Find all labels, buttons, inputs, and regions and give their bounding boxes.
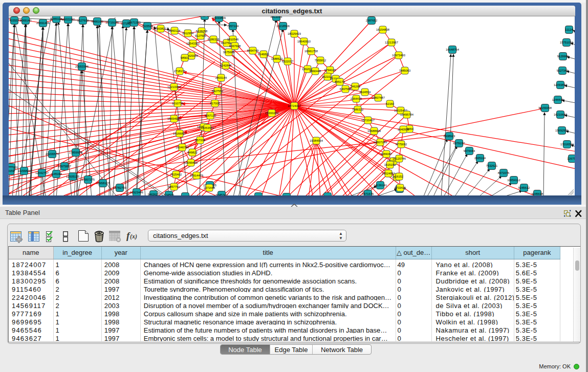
svg-text:16120746: 16120746 (393, 157, 406, 160)
svg-text:13495784: 13495784 (400, 113, 414, 116)
svg-text:1571644: 1571644 (204, 186, 215, 189)
svg-text:9245612: 9245612 (518, 186, 530, 189)
svg-text:16524851: 16524851 (382, 172, 395, 175)
svg-text:16152: 16152 (395, 175, 403, 178)
svg-text:8427552: 8427552 (212, 90, 224, 93)
svg-text:10807487: 10807487 (372, 96, 385, 99)
svg-text:2803144: 2803144 (215, 76, 227, 79)
svg-text:8471676: 8471676 (498, 171, 510, 174)
svg-text:12505135: 12505135 (66, 175, 79, 178)
svg-text:3912954: 3912954 (182, 32, 194, 35)
svg-text:9242848: 9242848 (220, 64, 232, 67)
svg-text:62160: 62160 (386, 102, 394, 105)
svg-text:7625402: 7625402 (170, 173, 182, 176)
svg-text:746266: 746266 (350, 85, 360, 88)
svg-text:17957275: 17957275 (81, 178, 95, 181)
svg-text:6497568: 6497568 (340, 87, 352, 91)
svg-text:18325419: 18325419 (288, 32, 301, 35)
svg-text:2367608: 2367608 (229, 45, 241, 48)
svg-text:1640956: 1640956 (398, 128, 409, 131)
svg-text:16210643: 16210643 (554, 113, 567, 116)
svg-text:16671385: 16671385 (127, 21, 141, 24)
svg-text:19166827: 19166827 (173, 132, 186, 135)
svg-text:1615152: 1615152 (384, 163, 396, 166)
svg-text:16154838: 16154838 (376, 28, 389, 31)
svg-text:16353594: 16353594 (201, 126, 214, 129)
svg-text:849822: 849822 (187, 151, 197, 154)
svg-text:9857791: 9857791 (168, 185, 180, 188)
svg-text:32159358: 32159358 (538, 106, 552, 110)
svg-text:8813054: 8813054 (271, 16, 282, 18)
svg-text:18640910: 18640910 (297, 40, 311, 43)
svg-text:1244415: 1244415 (552, 98, 564, 101)
svg-text:6990448: 6990448 (310, 70, 321, 73)
svg-text:11156829: 11156829 (18, 169, 31, 172)
svg-text:18724007: 18724007 (288, 104, 301, 107)
svg-text:16046766: 16046766 (176, 146, 189, 149)
svg-text:3675685: 3675685 (223, 51, 235, 54)
svg-text:6466160: 6466160 (92, 20, 103, 23)
svg-text:3069140: 3069140 (20, 19, 32, 22)
svg-text:9084067: 9084067 (381, 152, 393, 156)
svg-text:8960124: 8960124 (169, 29, 181, 32)
svg-text:1810546: 1810546 (227, 38, 239, 41)
svg-text:9129966: 9129966 (557, 55, 569, 58)
svg-text:19384554: 19384554 (310, 139, 323, 142)
svg-text:20053346: 20053346 (75, 65, 89, 68)
svg-text:2935114: 2935114 (474, 157, 486, 160)
svg-text:16648764: 16648764 (446, 48, 460, 51)
svg-text:14035572: 14035572 (9, 19, 21, 22)
svg-text:7485063: 7485063 (399, 69, 411, 72)
svg-text:1145194: 1145194 (51, 172, 62, 176)
svg-text:1588520: 1588520 (271, 57, 283, 60)
svg-text:9775692: 9775692 (396, 143, 407, 146)
svg-text:19218506: 19218506 (276, 25, 290, 28)
svg-text:6322037: 6322037 (282, 60, 294, 63)
svg-text:857334: 857334 (195, 139, 205, 142)
svg-text:1733426: 1733426 (395, 186, 406, 189)
svg-text:7357224: 7357224 (227, 25, 239, 28)
svg-text:417006: 417006 (210, 102, 220, 105)
svg-text:12093872: 12093872 (554, 83, 567, 86)
svg-text:10973493: 10973493 (392, 54, 405, 57)
svg-text:9227342: 9227342 (557, 69, 569, 72)
svg-text:2387652: 2387652 (366, 19, 378, 22)
svg-text:16914479: 16914479 (190, 174, 203, 177)
svg-text:17859928: 17859928 (69, 151, 82, 154)
svg-text:9474444: 9474444 (464, 149, 475, 152)
svg-text:16782759: 16782759 (113, 186, 126, 189)
svg-text:98901: 98901 (181, 56, 189, 59)
svg-text:12923446: 12923446 (130, 191, 143, 194)
svg-text:10543362: 10543362 (186, 42, 200, 45)
svg-text:6794028: 6794028 (324, 69, 336, 72)
svg-text:126753: 126753 (567, 157, 575, 160)
svg-text:20691406: 20691406 (36, 21, 50, 25)
svg-text:25300203: 25300203 (265, 112, 278, 115)
svg-text:1065328: 1065328 (51, 17, 62, 20)
svg-text:10688609: 10688609 (367, 129, 381, 133)
svg-text:10654112: 10654112 (507, 179, 520, 182)
svg-text:15751074: 15751074 (560, 41, 574, 44)
svg-text:20206576: 20206576 (46, 152, 59, 156)
svg-text:2364436: 2364436 (351, 97, 362, 100)
svg-text:1010755: 1010755 (172, 102, 184, 105)
svg-text:(x): (x) (130, 233, 137, 240)
svg-text:3624554: 3624554 (359, 91, 371, 94)
svg-text:18807249: 18807249 (374, 141, 387, 144)
svg-text:9460750: 9460750 (199, 16, 211, 17)
svg-text:12213363: 12213363 (167, 85, 181, 89)
svg-text:10975857: 10975857 (58, 165, 71, 168)
svg-text:6379197: 6379197 (453, 142, 465, 145)
svg-text:1527602: 1527602 (77, 19, 89, 22)
svg-text:19654923: 19654923 (167, 117, 181, 120)
svg-text:15692971: 15692971 (555, 129, 569, 132)
svg-text:16961758: 16961758 (304, 50, 318, 53)
svg-text:10719185: 10719185 (105, 21, 119, 24)
svg-text:17016504: 17016504 (560, 143, 574, 146)
svg-text:10958107: 10958107 (96, 182, 110, 185)
svg-text:7632621: 7632621 (486, 164, 498, 167)
svg-text:9127505: 9127505 (195, 34, 207, 37)
svg-text:15720407: 15720407 (361, 119, 375, 122)
svg-text:39159: 39159 (9, 169, 14, 172)
svg-text:8186328: 8186328 (208, 38, 220, 41)
